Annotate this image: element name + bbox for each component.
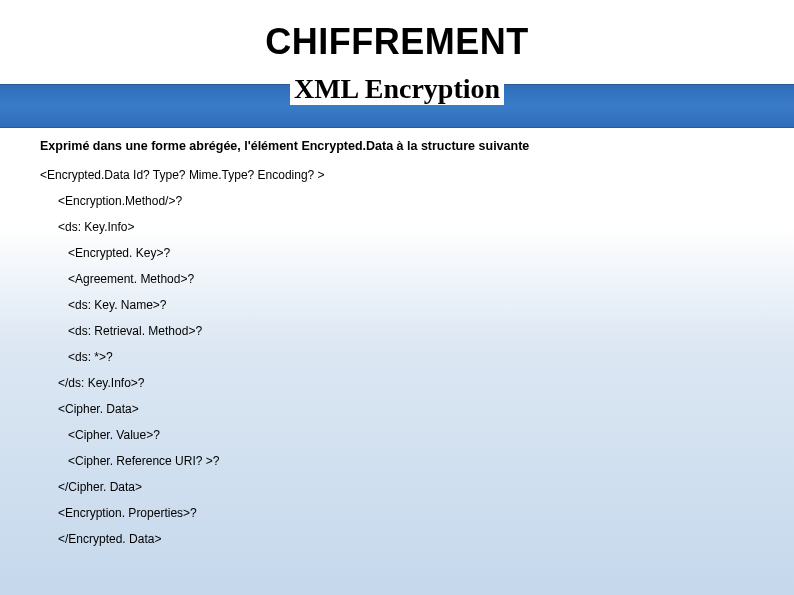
xml-line: <ds: Retrieval. Method>? (40, 325, 754, 337)
xml-line: <ds: Key.Info> (40, 221, 754, 233)
xml-line: <Encryption. Properties>? (40, 507, 754, 519)
page-subtitle: XML Encryption (290, 73, 504, 105)
xml-line: <Agreement. Method>? (40, 273, 754, 285)
xml-line: <Encrypted.Data Id? Type? Mime.Type? Enc… (40, 169, 754, 181)
content-area: Exprimé dans une forme abrégée, l'élémen… (0, 128, 794, 545)
page-title: CHIFFREMENT (265, 21, 528, 63)
xml-line: </ds: Key.Info>? (40, 377, 754, 389)
intro-text: Exprimé dans une forme abrégée, l'élémen… (40, 140, 754, 153)
xml-line: <ds: Key. Name>? (40, 299, 754, 311)
xml-line: </Cipher. Data> (40, 481, 754, 493)
xml-line: <Cipher. Data> (40, 403, 754, 415)
xml-line: <Encryption.Method/>? (40, 195, 754, 207)
subtitle-bar: XML Encryption (0, 84, 794, 128)
xml-line: <Cipher. Reference URI? >? (40, 455, 754, 467)
xml-line: <ds: *>? (40, 351, 754, 363)
xml-line: <Encrypted. Key>? (40, 247, 754, 259)
xml-structure: <Encrypted.Data Id? Type? Mime.Type? Enc… (40, 169, 754, 545)
xml-line: </Encrypted. Data> (40, 533, 754, 545)
xml-line: <Cipher. Value>? (40, 429, 754, 441)
subtitle-wrap: XML Encryption (0, 67, 794, 111)
